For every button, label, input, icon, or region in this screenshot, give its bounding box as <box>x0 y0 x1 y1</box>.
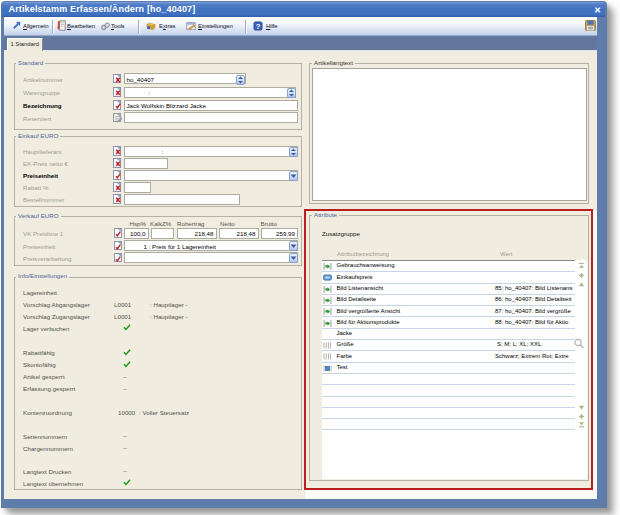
svg-text:?: ? <box>256 21 261 30</box>
